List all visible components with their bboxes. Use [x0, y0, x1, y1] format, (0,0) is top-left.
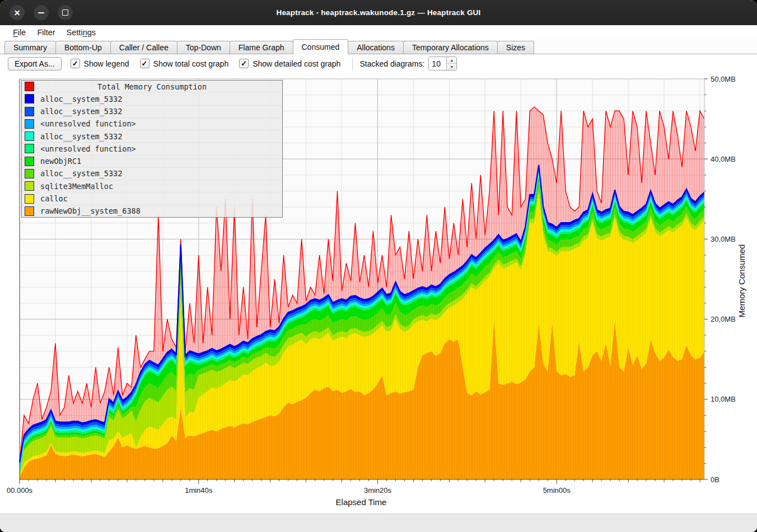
tab-top-down[interactable]: Top-Down — [177, 41, 230, 54]
y-tick-label: 10,0MB — [711, 395, 736, 403]
title-bar[interactable]: ✕ Heaptrack - heaptrack.wakunode.1.gz — … — [0, 0, 757, 25]
checkbox-show-legend[interactable]: ✓Show legend — [71, 59, 129, 68]
checkbox-show-detailed-cost-graph[interactable]: ✓Show detailed cost graph — [239, 59, 340, 68]
legend-label: alloc__system_5332 — [40, 107, 122, 116]
spinner-down-button[interactable]: ▼ — [447, 63, 456, 70]
spinner-value[interactable]: 10 — [429, 57, 446, 70]
menu-file[interactable]: File — [8, 27, 31, 37]
y-axis-title: Memory Consumed — [737, 244, 746, 318]
checkbox-show-total-cost-graph[interactable]: ✓Show total cost graph — [140, 59, 229, 68]
chart-legend: Total Memory Consumptionalloc__system_53… — [21, 80, 283, 218]
tab-summary[interactable]: Summary — [4, 41, 56, 54]
checkbox-label: Show legend — [84, 59, 129, 68]
y-tick-label: 50,0MB — [711, 75, 736, 83]
checkbox-label: Show detailed cost graph — [253, 59, 340, 68]
legend-swatch-icon — [25, 169, 34, 178]
legend-item: alloc__system_5332 — [22, 130, 282, 142]
y-tick-label: 20,0MB — [711, 315, 736, 323]
checkmark-icon: ✓ — [71, 59, 80, 68]
legend-label: calloc — [40, 194, 68, 203]
spinner-buttons: ▲ ▼ — [446, 57, 456, 70]
tab-allocations[interactable]: Allocations — [348, 41, 404, 54]
tab-bar: SummaryBottom-UpCaller / CalleeTop-DownF… — [0, 39, 757, 54]
tab-caller-callee[interactable]: Caller / Callee — [110, 41, 177, 54]
legend-label: alloc__system_5332 — [40, 169, 122, 178]
legend-swatch-icon — [25, 206, 34, 216]
y-tick-label: 0B — [711, 475, 719, 484]
legend-label: alloc__system_5332 — [40, 132, 122, 141]
legend-item: alloc__system_5332 — [22, 105, 282, 117]
stacked-diagrams-spinner[interactable]: 10 ▲ ▼ — [428, 57, 457, 70]
spinner-up-button[interactable]: ▲ — [447, 57, 456, 63]
legend-item: calloc — [22, 192, 282, 204]
legend-title-row: Total Memory Consumption — [22, 81, 282, 92]
stacked-diagrams-label: Stacked diagrams: — [359, 59, 424, 68]
status-strip — [0, 514, 757, 532]
y-tick-label: 30,0MB — [711, 235, 736, 243]
legend-item: alloc__system_5332 — [22, 92, 282, 105]
legend-label: rawNewObj__system_6388 — [40, 206, 141, 215]
tab-consumed[interactable]: Consumed — [293, 39, 349, 54]
tab-temporary-allocations[interactable]: Temporary Allocations — [403, 41, 498, 54]
x-tick-label: 1min40s — [185, 486, 213, 495]
legend-label: <unresolved function> — [40, 144, 136, 153]
legend-item: <unresolved function> — [22, 142, 282, 154]
export-as-button[interactable]: Export As... — [8, 57, 62, 70]
y-tick-label: 40,0MB — [711, 155, 736, 163]
legend-swatch-icon — [25, 157, 34, 166]
legend-swatch-icon — [25, 82, 34, 91]
legend-swatch-icon — [25, 94, 34, 103]
legend-label: newObjRC1 — [40, 157, 81, 166]
checkbox-label: Show total cost graph — [153, 59, 229, 68]
x-tick-label: 5min00s — [543, 486, 571, 495]
chart-toolbar: Export As... ✓Show legend✓Show total cos… — [0, 54, 757, 73]
legend-label: alloc__system_5332 — [40, 95, 122, 103]
legend-item: newObjRC1 — [22, 155, 282, 167]
legend-label: sqlite3MemMalloc — [40, 182, 113, 191]
legend-swatch-icon — [25, 107, 34, 116]
x-axis-title: Elapsed Time — [336, 497, 387, 507]
legend-item: rawNewObj__system_6388 — [22, 205, 282, 217]
legend-label: <unresolved function> — [40, 119, 136, 128]
app-window: ✕ Heaptrack - heaptrack.wakunode.1.gz — … — [0, 0, 757, 532]
legend-title: Total Memory Consumption — [34, 82, 282, 91]
legend-swatch-icon — [25, 144, 34, 153]
tab-sizes[interactable]: Sizes — [497, 41, 534, 54]
tab-bottom-up[interactable]: Bottom-Up — [55, 41, 111, 54]
legend-item: sqlite3MemMalloc — [22, 180, 282, 192]
toolbar-divider — [352, 58, 353, 70]
legend-item: <unresolved function> — [22, 117, 282, 130]
legend-swatch-icon — [25, 119, 34, 129]
menu-filter[interactable]: Filter — [32, 27, 60, 37]
legend-item: alloc__system_5332 — [22, 167, 282, 180]
x-tick-label: 3min20s — [364, 486, 392, 495]
chevron-down-icon: ▼ — [450, 65, 454, 69]
menu-bar: FileFilterSettings — [0, 25, 757, 39]
chevron-up-icon: ▲ — [450, 58, 454, 62]
memory-consumption-chart[interactable]: 00.000s1min40s3min20s5min00s0B10,0MB20,0… — [0, 73, 757, 514]
menu-settings[interactable]: Settings — [62, 27, 101, 37]
window-title: Heaptrack - heaptrack.wakunode.1.gz — He… — [0, 0, 757, 25]
tab-flame-graph[interactable]: Flame Graph — [230, 41, 293, 54]
checkbox-group: ✓Show legend✓Show total cost graph✓Show … — [71, 59, 352, 68]
checkmark-icon: ✓ — [239, 59, 249, 68]
x-tick-label: 00.000s — [7, 486, 33, 495]
legend-swatch-icon — [25, 194, 34, 204]
checkmark-icon: ✓ — [140, 59, 149, 68]
legend-swatch-icon — [25, 181, 34, 191]
legend-swatch-icon — [25, 131, 34, 141]
